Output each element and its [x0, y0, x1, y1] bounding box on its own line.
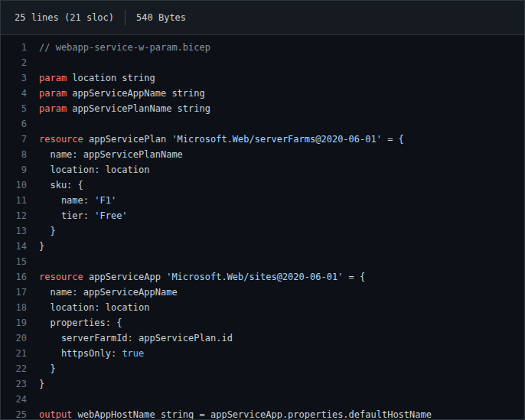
code-text: location: location — [39, 300, 150, 315]
code-token-plain: name: appServicePlanName — [39, 149, 183, 160]
code-line: 25output webAppHostName string = appServ… — [1, 407, 524, 420]
code-line: 2 — [1, 55, 524, 70]
code-token-plain: sku: { — [39, 180, 83, 190]
line-number[interactable]: 14 — [1, 239, 39, 254]
code-token-plain: name: appServiceAppName — [39, 287, 178, 298]
line-number[interactable]: 18 — [1, 300, 39, 315]
line-number[interactable]: 10 — [1, 177, 39, 193]
code-line: 19 properties: { — [1, 315, 524, 330]
line-number[interactable]: 2 — [1, 55, 39, 70]
code-token-plain: appServiceAppName string — [67, 88, 205, 99]
line-number[interactable]: 25 — [1, 407, 39, 420]
code-text: param appServiceAppName string — [39, 86, 205, 101]
line-number[interactable]: 12 — [1, 208, 39, 223]
file-size: 540 Bytes — [136, 12, 186, 23]
code-token-plain: webAppHostName string = appServiceApp.pr… — [72, 409, 432, 420]
code-token-plain: location string — [67, 73, 155, 83]
code-text: location: location — [39, 162, 150, 177]
code-token-string: 'Microsoft.Web/sites@2020-06-01' — [166, 272, 343, 282]
code-token-plain: httpsOnly: — [39, 348, 122, 359]
file-header: 25 lines (21 sloc) 540 Bytes — [1, 1, 524, 35]
line-number[interactable]: 21 — [1, 346, 39, 361]
code-token-keyword: param — [39, 73, 67, 83]
line-number[interactable]: 5 — [1, 101, 39, 116]
code-text: name: appServicePlanName — [39, 147, 183, 162]
code-text: } — [39, 223, 56, 239]
code-line: 10 sku: { — [1, 177, 524, 193]
code-text: httpsOnly: true — [39, 346, 144, 361]
code-token-constant: true — [122, 348, 144, 359]
code-token-keyword: param — [39, 103, 67, 114]
line-number[interactable]: 6 — [1, 116, 39, 132]
code-token-plain: } — [39, 241, 44, 252]
code-token-plain: location: location — [39, 164, 150, 175]
code-line: 9 location: location — [1, 162, 524, 177]
code-text: } — [39, 376, 44, 392]
code-line: 24 — [1, 392, 524, 407]
code-line: 22 } — [1, 361, 524, 376]
header-divider — [125, 10, 126, 25]
code-token-plain: appServiceApp — [83, 272, 166, 282]
line-number[interactable]: 24 — [1, 392, 39, 407]
line-number[interactable]: 16 — [1, 269, 39, 285]
code-text: sku: { — [39, 177, 83, 193]
code-line: 14} — [1, 239, 524, 254]
code-token-plain: serverFarmId: appServicePlan.id — [39, 333, 233, 343]
line-number[interactable]: 4 — [1, 86, 39, 101]
code-token-keyword: output — [39, 409, 72, 420]
code-text: param appServicePlanName string — [39, 101, 210, 116]
code-line: 12 tier: 'Free' — [1, 208, 524, 223]
code-text: resource appServicePlan 'Microsoft.Web/s… — [39, 132, 404, 147]
code-token-plain: tier: — [39, 210, 94, 221]
line-number[interactable]: 11 — [1, 193, 39, 208]
line-number[interactable]: 1 — [1, 40, 39, 55]
code-line: 6 — [1, 116, 524, 132]
line-number[interactable]: 8 — [1, 147, 39, 162]
line-number[interactable]: 9 — [1, 162, 39, 177]
line-number[interactable]: 17 — [1, 285, 39, 300]
code-token-keyword: resource — [39, 272, 83, 282]
code-token-plain: = { — [343, 272, 365, 282]
code-token-keyword: param — [39, 88, 67, 99]
code-line: 21 httpsOnly: true — [1, 346, 524, 361]
code-token-plain: = { — [382, 134, 404, 145]
line-number[interactable]: 13 — [1, 223, 39, 239]
line-number[interactable]: 7 — [1, 132, 39, 147]
code-line: 17 name: appServiceAppName — [1, 285, 524, 300]
code-text: properties: { — [39, 315, 122, 330]
code-line: 7resource appServicePlan 'Microsoft.Web/… — [1, 132, 524, 147]
code-token-plain: location: location — [39, 302, 150, 313]
code-text: name: 'F1' — [39, 193, 116, 208]
code-token-plain: name: — [39, 195, 94, 206]
code-token-keyword: resource — [39, 134, 83, 145]
line-number[interactable]: 15 — [1, 254, 39, 269]
line-number[interactable]: 3 — [1, 70, 39, 86]
line-number[interactable]: 20 — [1, 330, 39, 346]
line-number[interactable]: 22 — [1, 361, 39, 376]
line-number[interactable]: 19 — [1, 315, 39, 330]
code-line: 15 — [1, 254, 524, 269]
code-line: 1// webapp-service-w-param.bicep — [1, 40, 524, 55]
code-token-plain: appServicePlanName string — [67, 103, 210, 114]
code-text: // webapp-service-w-param.bicep — [39, 40, 210, 55]
code-line: 5param appServicePlanName string — [1, 101, 524, 116]
code-token-string: 'Free' — [94, 210, 127, 221]
code-line: 16resource appServiceApp 'Microsoft.Web/… — [1, 269, 524, 285]
code-token-comment: // webapp-service-w-param.bicep — [39, 42, 210, 53]
code-token-plain: appServicePlan — [83, 134, 172, 145]
code-text: serverFarmId: appServicePlan.id — [39, 330, 233, 346]
line-number[interactable]: 23 — [1, 376, 39, 392]
code-text: resource appServiceApp 'Microsoft.Web/si… — [39, 269, 365, 285]
code-token-plain: properties: { — [39, 317, 122, 328]
code-line: 23} — [1, 376, 524, 392]
code-token-string: 'F1' — [94, 195, 116, 206]
code-text: } — [39, 239, 44, 254]
code-token-plain: } — [39, 363, 56, 374]
lines-info: 25 lines (21 sloc) — [15, 12, 114, 23]
code-line: 13 } — [1, 223, 524, 239]
code-line: 18 location: location — [1, 300, 524, 315]
code-text: output webAppHostName string = appServic… — [39, 407, 432, 420]
code-lines: 1// webapp-service-w-param.bicep23param … — [1, 35, 524, 420]
code-line: 4param appServiceAppName string — [1, 86, 524, 101]
code-line: 3param location string — [1, 70, 524, 86]
